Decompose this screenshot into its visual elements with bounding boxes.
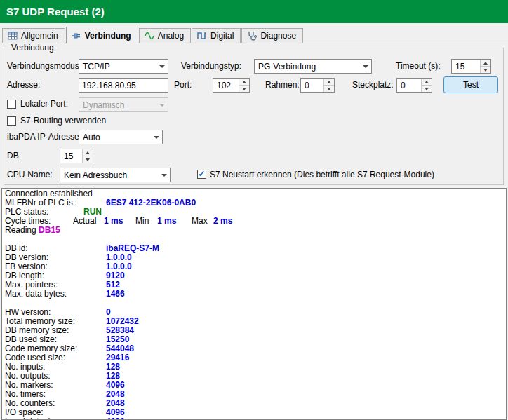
spin-down-button[interactable] (83, 156, 93, 163)
console-line (5, 235, 506, 244)
cpu-name-value: Kein Adressbuch (60, 170, 158, 180)
console-line: DB memory size:528384 (5, 326, 506, 335)
timeout-label: Timeout (s): (396, 61, 441, 72)
timeout-input[interactable]: 15 (451, 59, 491, 74)
console-text: 1 ms (157, 217, 192, 226)
spin-up-button[interactable] (83, 149, 93, 156)
table-icon (8, 31, 18, 41)
verbindungsmodus-label: Verbindungsmodus: (7, 61, 81, 72)
console-text: 0 (106, 307, 111, 317)
console-line: Cycle times:Actual1 msMin1 msMax2 ms (5, 217, 506, 226)
spinner-buttons (82, 149, 93, 163)
verbindungstyp-select[interactable]: PG-Verbindung (254, 59, 372, 74)
check-icon: ✓ (198, 170, 205, 178)
console-text: 4096 (106, 380, 125, 390)
console-line: Reading DB15 (5, 226, 506, 235)
console-text: 528384 (106, 325, 134, 335)
port-label: Port: (174, 80, 192, 90)
lokaler-port-checkbox[interactable] (7, 100, 16, 109)
chevron-down-icon (150, 130, 162, 144)
connection-group-title: Verbindung (8, 43, 57, 53)
console-text: 128 (106, 362, 120, 372)
rahmen-label: Rahmen: (265, 80, 300, 90)
test-button[interactable]: Test (443, 76, 498, 93)
verbindungstyp-value: PG-Verbindung (255, 62, 359, 72)
console-line: No. outputs:128 (5, 372, 506, 381)
spin-up-button[interactable] (324, 79, 334, 85)
spin-down-button[interactable] (239, 85, 249, 92)
console-text: 6ES7 412-2EK06-0AB0 (106, 198, 196, 208)
console-text: 1.0.0.0 (106, 262, 132, 271)
steckplatz-value: 0 (397, 79, 421, 92)
spin-down-button[interactable] (481, 66, 490, 73)
tab-label-digital: Digital (210, 31, 234, 41)
db-value: 15 (60, 149, 82, 163)
console-text: 512 (106, 280, 120, 290)
tab-allgemein[interactable]: Allgemein (2, 28, 65, 43)
steckplatz-input[interactable]: 0 (396, 78, 432, 93)
console-line (5, 299, 506, 308)
tab-verbindung[interactable]: Verbindung (66, 27, 138, 43)
spin-up-button[interactable] (239, 79, 249, 85)
console-line: No. counters:2048 (5, 399, 506, 408)
console-line: DB length:9120 (5, 271, 506, 280)
console-line: Max. data bytes:1466 (5, 290, 506, 299)
title-bar: S7 UDP Request (2) (0, 0, 508, 23)
spin-down-button[interactable] (324, 85, 334, 92)
console-output: Connection establishedMLFBNr of PLC is:6… (1, 188, 507, 420)
ibapda-ip-select[interactable]: Auto (79, 130, 163, 144)
chevron-down-icon (156, 98, 168, 111)
lokaler-port-label: Lokaler Port: (20, 99, 68, 109)
console-text: Max. data bytes: (5, 290, 106, 299)
tab-diagnose[interactable]: Diagnose (241, 28, 303, 43)
tab-bar: Allgemein Verbindung Analog (0, 27, 508, 43)
spin-up-button[interactable] (481, 60, 490, 66)
spinner-buttons (239, 79, 249, 92)
s7-routing-label: S7-Routing verwenden (20, 116, 106, 126)
verbindungsmodus-select[interactable]: TCP/IP (79, 59, 168, 74)
spin-down-button[interactable] (422, 85, 432, 92)
connector-icon (72, 31, 81, 41)
console-line: Connection established (5, 189, 506, 198)
spin-up-button[interactable] (422, 79, 432, 85)
analog-wave-icon (145, 31, 154, 41)
cpu-name-select[interactable]: Kein Adressbuch (60, 168, 171, 182)
console-text: Reading (5, 225, 39, 235)
console-text: 2048 (106, 389, 125, 399)
console-text: 9120 (106, 271, 125, 280)
db-input[interactable]: 15 (60, 149, 93, 163)
console-line: No. timers:2048 (5, 390, 506, 399)
s7-routing-checkbox[interactable] (7, 116, 16, 126)
cpu-name-label: CPU-Name: (7, 170, 53, 180)
tab-label-verbindung: Verbindung (85, 31, 131, 41)
steckplatz-label: Steckplatz: (352, 80, 394, 90)
tab-label-analog: Analog (158, 31, 184, 41)
chevron-down-icon (359, 60, 371, 73)
tab-analog[interactable]: Analog (139, 28, 191, 43)
adresse-input[interactable] (79, 78, 168, 93)
lokaler-port-select[interactable]: Dynamisch (79, 97, 168, 112)
console-text: 2048 (106, 398, 125, 408)
console-text: 1 ms (104, 217, 135, 226)
s7-neustart-label: S7 Neustart erkennen (Dies betrifft alle… (210, 170, 434, 180)
console-text: 1.0.0.0 (106, 252, 132, 262)
chevron-down-icon (158, 168, 170, 182)
s7-udp-request-window: S7 UDP Request (2) Allgemein (0, 0, 508, 420)
console-line: FB version:1.0.0.0 (5, 262, 506, 271)
console-line: MLFBNr of PLC is:6ES7 412-2EK06-0AB0 (5, 198, 506, 208)
console-text: DB15 (39, 225, 60, 235)
s7-neustart-checkbox[interactable]: ✓ (197, 170, 206, 179)
digital-wave-icon (197, 31, 207, 41)
stethoscope-icon (247, 31, 257, 41)
console-text: 4096 (106, 407, 125, 417)
tab-label-diagnose: Diagnose (260, 31, 296, 41)
console-text: 29416 (106, 353, 129, 363)
tab-digital[interactable]: Digital (192, 28, 241, 43)
port-input[interactable]: 102 (213, 78, 250, 93)
console-text: 1466 (106, 289, 125, 299)
console-text: Connection established (5, 189, 93, 198)
console-line: Code memory size:544048 (5, 344, 506, 353)
rahmen-input[interactable]: 0 (300, 78, 335, 93)
window-title: S7 UDP Request (2) (6, 6, 105, 18)
adresse-label: Adresse: (7, 80, 40, 90)
